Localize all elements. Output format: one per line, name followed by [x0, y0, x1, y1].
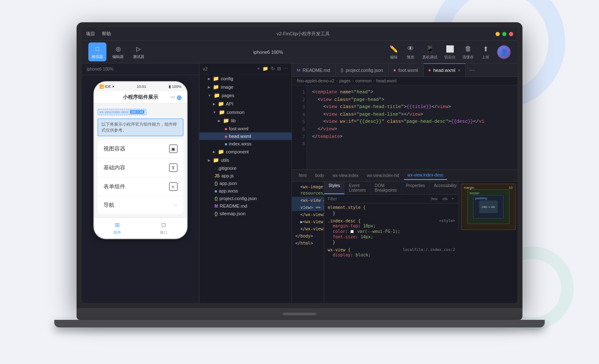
preview-icon: 👁 — [406, 44, 416, 54]
refresh-icon[interactable]: ↻ — [271, 66, 275, 71]
more-options-icon[interactable]: ⋯ — [284, 66, 288, 71]
collapse-all-icon[interactable]: ⊟ — [277, 66, 281, 71]
box-margin: margin 10 border - padding 240 × 44 — [461, 184, 516, 230]
file-item-app-wxss[interactable]: ■ app.wxss — [199, 187, 292, 195]
file-item-project-config-name: project.config.json — [220, 196, 257, 201]
code-content[interactable]: <template name="head"> <view class="page… — [307, 85, 517, 169]
file-item-api-name: API — [226, 101, 233, 106]
devtools-tab-body[interactable]: body — [312, 171, 328, 179]
phone-panel-header: iphone6 100% — [82, 63, 199, 75]
file-item-pages-name: pages — [222, 93, 234, 98]
file-item-index-wxss[interactable]: ■ index.wxss — [199, 140, 292, 148]
wx-view-size-badge: 240 × 44 — [130, 110, 144, 114]
index-desc-rule: .index-desc { <style> margin-top: 10px; — [328, 219, 455, 245]
editor-button[interactable]: ◎ 编辑器 — [109, 42, 127, 61]
breadcrumb-sep-1: › — [336, 79, 337, 83]
devtools-tab-wx-view-index-desc[interactable]: wx-view.index-desc — [404, 171, 447, 180]
upload-action[interactable]: ⬆ 上传 — [480, 44, 490, 60]
clear-cache-icon: 🗑 — [463, 44, 473, 54]
tab-foot-wxml[interactable]: ■ foot.wxml — [389, 63, 424, 77]
menu-project[interactable]: 项目 — [86, 31, 95, 37]
file-item-foot-wxml[interactable]: ■ foot.wxml — [199, 125, 292, 132]
devtools-tab-wx-view-index[interactable]: wx-view.index — [329, 171, 362, 179]
styles-tab-styles[interactable]: Styles — [324, 182, 345, 194]
wx-view-source: localfile:/.index.css:2 — [403, 248, 455, 252]
tab-readme[interactable]: M README.md — [292, 63, 336, 77]
prop-name-font-size: font-size — [333, 235, 355, 239]
styles-tab-dom-breakpoints[interactable]: DOM Breakpoints — [371, 182, 402, 194]
file-item-app-js[interactable]: JS app.js — [199, 172, 292, 179]
list-item-basic-content[interactable]: 基础内容 T — [98, 158, 183, 177]
file-item-api[interactable]: ▶ 📁 API — [199, 100, 292, 108]
styles-filter-bar: :hov .cls + — [324, 195, 459, 203]
tab-head-wxml[interactable]: ■ head.wxml × — [424, 63, 466, 77]
file-item-app-json[interactable]: {} app.json — [199, 179, 292, 187]
styles-filter-input[interactable] — [328, 197, 426, 201]
file-item-component[interactable]: ▶ 📁 component — [199, 148, 292, 156]
styles-tab-properties[interactable]: Properties — [402, 182, 430, 194]
file-item-project-config[interactable]: {} project.config.json — [199, 195, 292, 202]
file-item-sitemap[interactable]: {} sitemap.json — [199, 210, 292, 217]
close-button[interactable] — [509, 32, 513, 36]
devtools-panel: html body wx-view.index wx-view.index-hd… — [292, 169, 517, 303]
file-item-common[interactable]: ▼ 📁 common — [199, 108, 292, 116]
devtools-tab-wx-view-index-hd[interactable]: wx-view.index-hd — [363, 171, 402, 179]
edit-action[interactable]: ✏️ 编辑 — [389, 44, 399, 60]
new-folder-icon[interactable]: 📁 — [262, 66, 268, 71]
filter-hover-btn[interactable]: :hov — [429, 196, 439, 201]
tab-close-icon[interactable]: × — [458, 68, 461, 73]
file-item-utils[interactable]: ▶ 📁 utils — [199, 156, 292, 164]
file-item-readme[interactable]: M README.md — [199, 202, 292, 210]
breadcrumb: fino-applet-demo-v2 › pages › common › h… — [292, 77, 517, 85]
upload-icon: ⬆ — [480, 44, 490, 54]
tab-project-config[interactable]: {} project.config.json — [336, 63, 389, 77]
file-item-config[interactable]: ▶ 📁 config — [199, 74, 292, 83]
list-item-view-container[interactable]: 视图容器 ▣ — [98, 140, 183, 158]
iphone-nav-components[interactable]: ⊞ 组件 — [113, 221, 122, 235]
iphone-bottom-nav: ⊞ 组件 ⊡ 接口 — [94, 217, 187, 238]
device-debug-label: 真机调试 — [422, 55, 437, 60]
simulator-button[interactable]: □ 模拟器 — [88, 42, 106, 61]
laptop-screen: 项目 帮助 v2-FinClip小程序开发工具 □ 模拟器 — [82, 27, 517, 303]
minimize-button[interactable] — [496, 32, 500, 36]
dt-line-highlighted-1: <wx-view class="index-desc">以下将展示小程序官方组件… — [292, 197, 324, 204]
chevron-right-icon: ▶ — [208, 85, 210, 89]
iphone-nav-interface[interactable]: ⊡ 接口 — [159, 221, 168, 235]
filter-add-btn[interactable]: + — [451, 196, 455, 201]
file-item-lib[interactable]: ▶ 📁 lib — [199, 116, 292, 125]
device-debug-action[interactable]: 📱 真机调试 — [422, 44, 437, 60]
list-item-form[interactable]: 表单组件 ≡ — [98, 177, 183, 196]
code-line-5: <view wx:if="{{desc}}" class="page-head-… — [312, 118, 512, 126]
background-action[interactable]: ⬜ 切后台 — [444, 44, 456, 60]
code-line-2: <view class="page-head"> — [312, 96, 512, 104]
list-item-nav[interactable]: 导航 ··· — [98, 196, 183, 214]
devtools-tab-html[interactable]: html — [295, 171, 310, 179]
styles-tab-event-listeners[interactable]: Event Listeners — [345, 182, 371, 194]
file-item-app-wxss-name: app.wxss — [219, 188, 238, 193]
laptop-bottom — [54, 320, 545, 327]
user-avatar[interactable]: 👤 — [497, 45, 511, 59]
styles-tab-accessibility[interactable]: Accessibility — [429, 182, 459, 194]
iphone-mockup: 📶 IDE ▾ 10:01 ▮ 100% 小程序组件展示 ··· ⊕ — [94, 82, 187, 238]
file-item-pages[interactable]: ▼ 📁 pages — [199, 91, 292, 100]
file-item-index-wxss-name: index.wxss — [229, 141, 252, 146]
toolbar: □ 模拟器 ◎ 编辑器 ▷ 测试器 iphone6 100% ✏️ — [82, 41, 517, 63]
clear-cache-action[interactable]: 🗑 清缓存 — [462, 44, 474, 60]
laptop-base — [77, 308, 522, 320]
tab-more-icon[interactable]: ⋯ — [466, 67, 478, 74]
menu-help[interactable]: 帮助 — [102, 31, 111, 37]
file-item-config-name: config — [221, 76, 233, 81]
tab-readme-type-icon: M — [297, 68, 300, 72]
file-item-head-wxml[interactable]: ■ head.wxml — [199, 132, 292, 140]
maximize-button[interactable] — [502, 32, 506, 36]
preview-action[interactable]: 👁 预览 — [406, 44, 416, 60]
file-item-image[interactable]: ▶ 📁 image — [199, 83, 292, 91]
new-file-icon[interactable]: + — [257, 66, 260, 71]
tester-button[interactable]: ▷ 测试器 — [130, 42, 148, 61]
file-item-gitignore[interactable]: · .gitignore — [199, 164, 292, 172]
breadcrumb-file: head.wxml — [376, 79, 397, 83]
filter-cls-btn[interactable]: .cls — [440, 196, 449, 201]
chevron-right-icon: ▶ — [213, 102, 215, 106]
nav-dots[interactable]: ··· ⊕ — [170, 93, 182, 101]
device-info: iphone6 100% — [151, 50, 385, 55]
